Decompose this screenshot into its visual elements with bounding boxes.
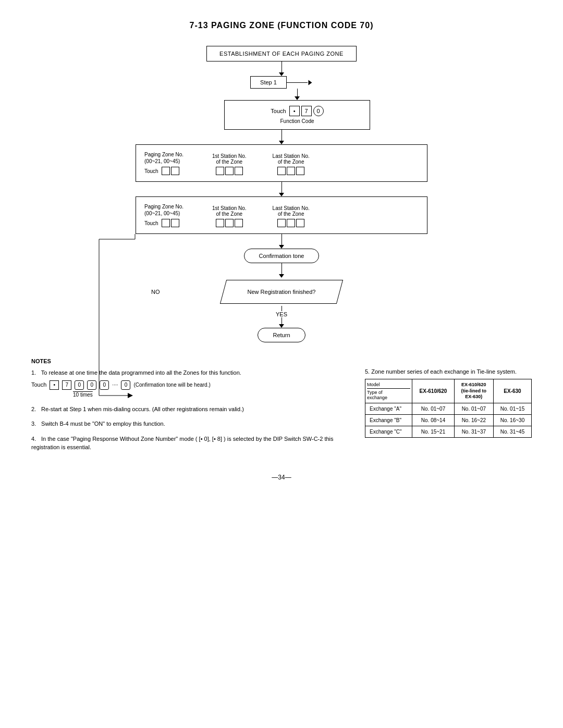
touch-function-code-box: Touch • 7 0 Function Code (224, 100, 370, 130)
note-3: 3. Switch B-4 must be "ON" to employ thi… (31, 419, 349, 428)
flowchart-top-box: ESTABLISHMENT OF EACH PAGING ZONE (206, 46, 357, 61)
table-row-c: Exchange "C" No. 15~21 No. 31~37 No. 31~… (365, 426, 532, 438)
new-registration-text: New Registration finished? (248, 289, 316, 295)
touch-word-1: Touch (271, 108, 286, 114)
touch-word-zone1: Touch (144, 168, 158, 174)
notes-section: NOTES 1. To release at one time the data… (31, 358, 532, 458)
function-code-label: Function Code (235, 118, 359, 124)
first-station-label-1: 1st Station No. (212, 153, 247, 159)
note-1: 1. To release at one time the data progr… (31, 368, 349, 399)
times-label: 10 times (73, 391, 349, 399)
flowchart-container: ESTABLISHMENT OF EACH PAGING ZONE Step 1… (115, 46, 448, 342)
no-label: NO (151, 289, 160, 295)
first-station-sub-1: of the Zone (216, 159, 243, 165)
col-ex610: EX-610/620 (412, 379, 454, 403)
table-row-b: Exchange "B" No. 08~14 No. 16~22 No. 16~… (365, 415, 532, 426)
notes-title: NOTES (31, 358, 532, 364)
col-ex630: EX-630 (494, 379, 532, 403)
table-row-a: Exchange "A" No. 01~07 No. 01~07 No. 01~… (365, 403, 532, 415)
col-ex610-tie: EX-610/620(tie-lined toEX-630) (454, 379, 493, 403)
page-number: —34— (31, 474, 532, 481)
note-5-text: Zone number series of each exchange in T… (371, 368, 517, 375)
paging-zone-label-1: Paging Zone No. (144, 151, 183, 158)
first-station-sub-2: of the Zone (216, 211, 243, 217)
confirmation-tone-box: Confirmation tone (244, 249, 320, 263)
first-station-label-2: 1st Station No. (212, 205, 247, 211)
last-station-label-1: Last Station No. (273, 153, 310, 159)
zone-block-2: Paging Zone No. (00~21, 00~45) Touch 1st… (136, 196, 427, 234)
yes-label: YES (276, 311, 287, 317)
paging-zone-label-2: Paging Zone No. (144, 203, 183, 210)
paging-zone-range-1: (00~21, 00~45) (144, 158, 180, 165)
page-title: 7-13 PAGING ZONE (FUNCTION CODE 70) (31, 21, 532, 30)
zone-block-1: Paging Zone No. (00~21, 00~45) Touch 1st… (136, 144, 427, 182)
step1-box: Step 1 (250, 76, 287, 89)
touch-word-note1: Touch (31, 380, 46, 389)
last-station-sub-1: of the Zone (278, 159, 304, 165)
last-station-sub-2: of the Zone (278, 211, 304, 217)
last-station-label-2: Last Station No. (273, 205, 310, 211)
note-4: 4. In the case "Paging Response Without … (31, 435, 349, 452)
touch-word-zone2: Touch (144, 220, 158, 226)
paging-zone-range-2: (00~21, 00~45) (144, 210, 180, 217)
confirmation-note: (Confirmation tone will be heard.) (133, 381, 210, 389)
note-2: 2. Re-start at Step 1 when mis-dialing o… (31, 405, 349, 414)
return-box: Return (258, 328, 305, 342)
model-table: Model Type ofexchange EX-610/620 EX-610/… (365, 379, 532, 438)
